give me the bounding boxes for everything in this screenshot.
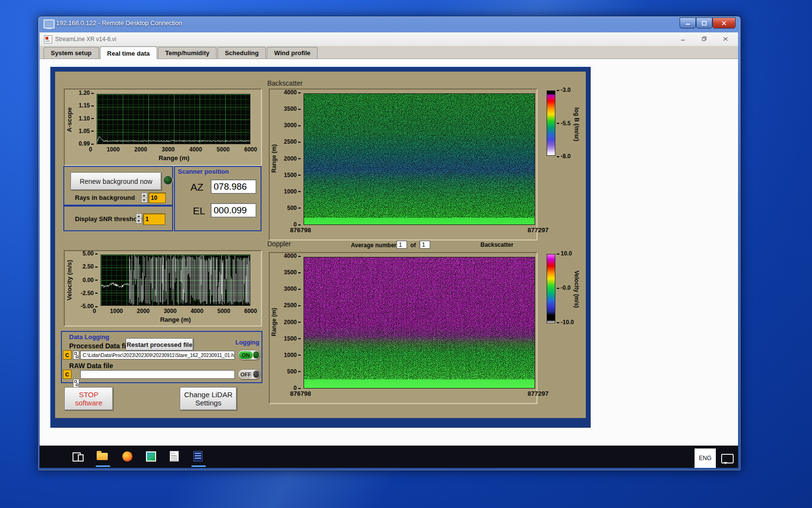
backscatter-time-start: 876798 xyxy=(290,226,311,234)
rdp-maximize-button[interactable] xyxy=(696,17,712,29)
doppler-title: Doppler xyxy=(267,240,291,248)
velocity-x-axis: 0100020003000400050006000 xyxy=(93,308,257,314)
app-minimize-button[interactable] xyxy=(677,34,689,43)
change-lidar-settings-button[interactable]: Change LiDAR Settings xyxy=(180,387,237,410)
doppler-time-end: 877297 xyxy=(503,390,549,397)
app-close-button[interactable] xyxy=(719,34,732,43)
tab-system-setup[interactable]: System setup xyxy=(44,47,99,59)
minimize-icon xyxy=(685,21,691,26)
axis-tick: 6000 xyxy=(244,146,257,153)
app-titlebar xyxy=(40,32,738,46)
stop-software-button[interactable]: STOP software xyxy=(64,387,113,410)
axis-tick: 500 xyxy=(287,369,301,374)
notes-app-icon[interactable] xyxy=(192,450,204,462)
doppler-y-axis: 40003500300025002000150010005000 xyxy=(280,254,301,391)
tab-temp-humidity[interactable]: Temp/humidity xyxy=(158,47,217,59)
chat-bubble-icon[interactable] xyxy=(721,454,734,463)
axis-tick: 4000 xyxy=(189,146,202,153)
axis-tick: 1.05 xyxy=(79,129,94,134)
axis-tick: 4000 xyxy=(284,90,301,95)
tab-scheduling[interactable]: Scheduling xyxy=(218,47,266,59)
tab-real-time-data[interactable]: Real time data xyxy=(100,46,157,59)
renew-background-button[interactable]: Renew background now xyxy=(71,172,161,190)
file-explorer-icon[interactable] xyxy=(97,450,108,462)
axis-tick: 3000 xyxy=(284,286,301,292)
backscatter-heatmap xyxy=(304,93,535,225)
axis-tick: 2500 xyxy=(284,139,301,145)
axis-tick: 2000 xyxy=(134,146,147,153)
scan-scheduler-icon[interactable]: Scan sched xyxy=(169,450,180,462)
axis-tick: -0.0 xyxy=(557,285,571,291)
firefox-icon[interactable] xyxy=(122,450,133,462)
app-restore-button[interactable] xyxy=(698,34,710,43)
raw-browse-icon[interactable] xyxy=(73,379,79,388)
rays-in-background-stepper[interactable] xyxy=(141,193,147,203)
rays-in-background-field[interactable]: 10 xyxy=(148,193,166,203)
backscatter-title: Backscatter xyxy=(267,79,303,87)
axis-tick: 4000 xyxy=(284,254,301,259)
task-view-icon[interactable] xyxy=(72,450,83,462)
renew-background-led xyxy=(163,175,173,185)
snr-threshold-field[interactable]: 1 xyxy=(143,213,165,225)
velocity-noise-trace xyxy=(101,255,250,305)
processed-toggle-label: ON xyxy=(239,351,253,359)
axis-tick: 5.00 xyxy=(83,251,98,256)
axis-tick: -2.50 xyxy=(81,291,98,296)
rdp-minimize-button[interactable] xyxy=(680,17,696,29)
axis-tick: 1000 xyxy=(110,308,123,314)
backscatter-time-end: 877297 xyxy=(503,226,549,234)
ascope-x-axis: 0100020003000400050006000 xyxy=(89,146,257,153)
language-indicator[interactable]: ENG xyxy=(695,448,716,468)
maximize-icon xyxy=(701,21,707,26)
processed-toggle-knob xyxy=(253,351,259,359)
restart-processed-file-button[interactable]: Restart processed file xyxy=(126,338,193,351)
raw-path-field[interactable] xyxy=(80,370,235,379)
axis-tick: 1.15 xyxy=(79,103,94,108)
processed-path-field[interactable]: C:\Lidar\Data\Proc\2023\202309\20230911\… xyxy=(80,351,235,359)
notes-app-active-indicator xyxy=(191,465,206,467)
display-snr-threshold-label: Display SNR threshold xyxy=(75,215,143,223)
axis-tick: 1500 xyxy=(284,173,301,178)
axis-tick: 2000 xyxy=(284,320,301,325)
axis-tick: 10.0 xyxy=(557,251,572,256)
doppler-y-axis-label: Range (m) xyxy=(271,293,277,351)
change-line2: Settings xyxy=(195,399,221,407)
rdp-window-title: 192.168.0.122 - Remote Desktop Connectio… xyxy=(56,19,182,27)
rdp-connection-icon xyxy=(44,19,55,29)
average-total-field[interactable]: 1 xyxy=(420,240,430,249)
backscatter-colorbar-label: log B (/m/sr) xyxy=(573,97,580,152)
raw-logging-toggle[interactable]: OFF xyxy=(238,369,260,379)
backscatter-toggle-label: Backscatter xyxy=(480,241,513,248)
scanner-position-title: Scanner position xyxy=(178,168,229,175)
axis-tick: 500 xyxy=(287,206,301,211)
doppler-time-start: 876798 xyxy=(290,390,311,397)
axis-tick: 1000 xyxy=(284,353,301,358)
axis-tick: -3.0 xyxy=(557,88,571,93)
processed-drive-selector[interactable]: C xyxy=(63,350,72,359)
scan-scheduler-icon-label: Scan sched xyxy=(170,451,179,462)
processed-logging-toggle[interactable]: ON xyxy=(238,350,260,360)
axis-tick: 3500 xyxy=(284,106,301,112)
raw-drive-selector[interactable]: C xyxy=(63,370,72,379)
velocity-x-axis-label: Range (m) xyxy=(137,316,214,323)
axis-tick: 1.10 xyxy=(79,116,94,121)
axis-tick: 4000 xyxy=(190,308,203,314)
ascope-plot xyxy=(97,94,250,144)
axis-tick: 1000 xyxy=(284,189,301,194)
photos-icon[interactable] xyxy=(145,450,157,462)
snr-threshold-stepper[interactable] xyxy=(136,213,142,224)
stop-line1: STOP xyxy=(79,390,99,399)
axis-tick: 0.00 xyxy=(83,278,98,283)
axis-tick: 3000 xyxy=(162,146,175,153)
average-number-field[interactable]: 1 xyxy=(396,240,407,249)
doppler-colorbar-label: Velocity (m/s) xyxy=(573,258,580,321)
processed-data-file-label: Processed Data file xyxy=(69,342,131,350)
scanner-position-box xyxy=(174,166,261,231)
doppler-heatmap xyxy=(304,257,535,388)
tab-wind-profile[interactable]: Wind profile xyxy=(267,47,318,59)
ascope-y-axis: 1.201.151.101.050.99 xyxy=(72,90,94,147)
rdp-close-button[interactable] xyxy=(712,17,736,29)
remote-taskbar xyxy=(40,446,738,468)
processed-browse-icon[interactable] xyxy=(73,351,79,359)
axis-tick: 2000 xyxy=(137,308,150,314)
